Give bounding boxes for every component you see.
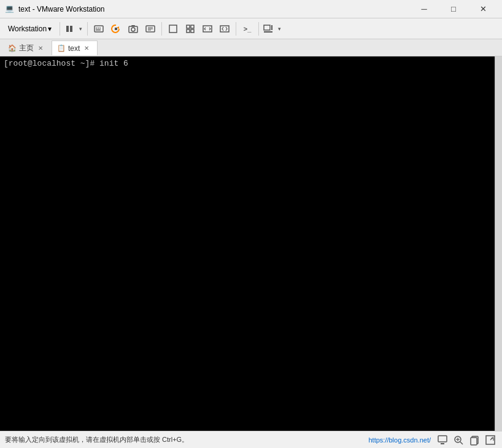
pause-resume-button[interactable] (63, 20, 76, 37)
svg-rect-5 (99, 28, 101, 29)
console-icon: >_ (244, 25, 252, 33)
revert-icon (111, 24, 121, 34)
console-button[interactable]: >_ (239, 20, 256, 37)
text-tab-label: text (68, 44, 80, 53)
tab-home[interactable]: 🏠 主页 ✕ (2, 41, 52, 55)
snapshot-camera-icon (128, 24, 138, 34)
send-ctrlaltdel-button[interactable] (90, 20, 107, 37)
maximize-button[interactable]: □ (439, 0, 468, 18)
tabs-bar: 🏠 主页 ✕ 📋 text ✕ (0, 39, 502, 56)
text-tab-close[interactable]: ✕ (82, 44, 91, 53)
right-scrollbar[interactable] (495, 56, 502, 431)
fullscreen-icon (168, 24, 178, 34)
svg-rect-1 (70, 26, 72, 32)
title-bar-left: 💻 text - VMware Workstation (5, 4, 104, 14)
close-button[interactable]: ✕ (469, 0, 497, 18)
svg-rect-33 (471, 438, 477, 445)
title-bar-controls: ─ □ ✕ (410, 0, 497, 18)
fit-window-icon (220, 24, 230, 34)
pause-dropdown-button[interactable]: ▾ (76, 20, 85, 37)
svg-line-29 (460, 442, 463, 444)
svg-rect-19 (187, 29, 190, 33)
svg-rect-0 (66, 26, 69, 32)
text-tab-icon: 📋 (57, 44, 66, 52)
status-left-text: 要将输入定向到该虚拟机，请在虚拟机内部单击或按 Ctrl+G。 (5, 435, 188, 444)
title-bar: 💻 text - VMware Workstation ─ □ ✕ (0, 0, 502, 18)
status-icon-4[interactable] (484, 433, 497, 447)
svg-point-10 (131, 28, 135, 31)
svg-rect-3 (96, 28, 97, 29)
manage-snapshots-icon (145, 24, 155, 34)
toolbar-separator-4 (236, 22, 236, 36)
toolbar-separator-5 (258, 22, 259, 36)
svg-rect-18 (191, 25, 194, 28)
status-link[interactable]: https://blog.csdn.net/ (368, 436, 431, 444)
svg-rect-26 (438, 436, 447, 442)
svg-rect-22 (220, 26, 229, 32)
svg-rect-8 (115, 28, 117, 30)
fit-guest-button[interactable] (199, 20, 216, 37)
fit-guest-icon (203, 24, 212, 34)
home-tab-icon: 🏠 (8, 44, 17, 52)
minimize-button[interactable]: ─ (410, 0, 438, 18)
svg-rect-27 (441, 443, 444, 444)
pause-resume-group: ▾ (63, 20, 85, 37)
copy-icon (469, 434, 480, 446)
toolbar-separator-2 (87, 22, 88, 36)
vm-settings-icon (263, 24, 273, 34)
fit-window-button[interactable] (216, 20, 233, 37)
status-icon-3[interactable] (468, 433, 481, 447)
take-snapshot-button[interactable] (125, 20, 142, 37)
status-icon-1[interactable] (436, 433, 449, 447)
vm-settings-group: ▾ (261, 20, 284, 37)
status-icons (436, 433, 497, 447)
vm-settings-dropdown-button[interactable]: ▾ (275, 20, 284, 37)
svg-rect-16 (169, 25, 177, 33)
vm-indicator-icon (437, 434, 448, 446)
svg-rect-20 (191, 29, 194, 33)
svg-rect-2 (95, 26, 103, 32)
svg-rect-17 (187, 25, 190, 28)
app-icon: 💻 (5, 4, 15, 14)
window-title: text - VMware Workstation (18, 5, 104, 14)
fullscreen-button[interactable] (164, 20, 182, 37)
status-bar: 要将输入定向到该虚拟机，请在虚拟机内部单击或按 Ctrl+G。 https://… (0, 431, 502, 448)
svg-rect-23 (264, 25, 270, 30)
status-right: https://blog.csdn.net/ (368, 433, 497, 447)
workstation-dropdown-arrow: ▾ (48, 25, 52, 33)
resize-icon (485, 434, 496, 446)
main-content: [root@localhost ~]# init 6 (0, 56, 502, 431)
unity-icon (185, 24, 195, 34)
home-tab-close[interactable]: ✕ (36, 44, 45, 52)
toolbar-separator-3 (161, 22, 162, 36)
unity-button[interactable] (182, 20, 199, 37)
home-tab-label: 主页 (19, 43, 34, 53)
tab-text[interactable]: 📋 text ✕ (52, 41, 98, 55)
terminal-prompt-line: [root@localhost ~]# init 6 (4, 59, 491, 68)
workstation-menu[interactable]: Workstation ▾ (2, 22, 57, 36)
terminal-area[interactable]: [root@localhost ~]# init 6 (0, 56, 495, 431)
svg-rect-6 (96, 29, 101, 31)
status-icon-2[interactable] (452, 433, 465, 447)
toolbar-separator-1 (60, 22, 60, 36)
workstation-label: Workstation (8, 25, 47, 33)
svg-rect-25 (271, 25, 272, 30)
zoom-icon (453, 434, 464, 446)
pause-icon (65, 25, 74, 33)
manage-snapshots-button[interactable] (142, 20, 159, 37)
svg-rect-4 (98, 28, 99, 29)
toolbar: Workstation ▾ ▾ (0, 18, 502, 39)
keyboard-icon (94, 24, 104, 34)
svg-rect-24 (264, 31, 272, 33)
revert-snapshot-button[interactable] (107, 20, 125, 37)
vm-settings-button[interactable] (261, 20, 275, 37)
svg-rect-11 (131, 25, 135, 26)
